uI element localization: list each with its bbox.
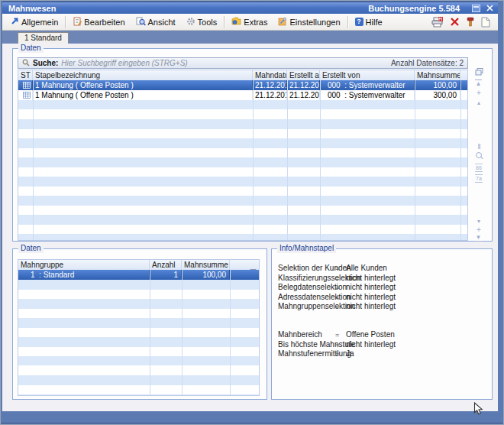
delete-icon[interactable] xyxy=(450,17,460,27)
column-chooser-icon[interactable]: ||| xyxy=(472,142,486,149)
search-icon xyxy=(22,59,30,68)
record-count-icon[interactable]: 86 xyxy=(475,164,483,172)
empty-rows-stripes xyxy=(18,100,467,240)
table-row[interactable]: 1 Mahnung ( Offene Posten ) 21.12.2016 2… xyxy=(18,90,467,100)
group-label-info: Info/Mahnstapel xyxy=(277,244,336,253)
row-type-cell xyxy=(18,90,33,100)
title-bar: Mahnwesen Buchungsengine 5.584 xyxy=(2,2,498,14)
menu-bearbeiten[interactable]: Bearbeiten xyxy=(67,15,130,29)
empty-rows-stripes xyxy=(18,280,259,395)
info-row: Mahnstufenermittlung=Ja xyxy=(272,349,492,358)
menu-allgemein[interactable]: Allgemein xyxy=(5,15,63,28)
row-up-icon[interactable]: ▴ xyxy=(472,99,486,106)
table-nav-strip: ▲ + ▴ ||| 86 7a ▾ + ▼ xyxy=(472,68,486,239)
gear-icon xyxy=(186,17,195,28)
row-down-icon[interactable]: ▾ xyxy=(472,218,486,225)
go-last-icon[interactable]: ▼ xyxy=(475,234,482,242)
table-row[interactable]: 1 Mahnung ( Offene Posten ) 21.12.2016 2… xyxy=(18,80,467,90)
tab-strip: 1 Standard xyxy=(2,31,498,44)
arrow-up-right-icon xyxy=(11,17,19,27)
restore-window-icon[interactable] xyxy=(472,5,480,12)
table-header[interactable]: Mahngruppe Anzahl Mahnsumme € xyxy=(18,260,259,271)
info-row: Bis höchste Mahnstufe=nicht hinterlegt xyxy=(272,340,492,349)
mahnstapel-table: ST Stapelbezeichnung Mahndatum Erstellt … xyxy=(18,70,468,241)
info-row: Mahnbereich=Offene Posten xyxy=(272,330,492,339)
edit-notebook-icon xyxy=(73,17,82,28)
group-label-daten-bl: Daten xyxy=(18,244,44,253)
tab-standard[interactable]: 1 Standard xyxy=(18,32,69,44)
menu-separator xyxy=(347,16,348,28)
menu-ansicht[interactable]: Ansicht xyxy=(131,15,181,29)
search-label: Suche: xyxy=(33,59,58,67)
col-stapelbezeichnung[interactable]: Stapelbezeichnung xyxy=(33,70,253,80)
magnifier-page-icon xyxy=(136,17,146,28)
mahngruppe-table: Mahngruppe Anzahl Mahnsumme € 1 : Standa… xyxy=(18,259,260,396)
menu-hilfe[interactable]: ? Hilfe xyxy=(350,16,388,28)
search-table-icon[interactable] xyxy=(472,152,486,160)
col-mahndatum[interactable]: Mahndatum xyxy=(253,70,287,80)
group-label-daten: Daten xyxy=(18,44,44,53)
info-row: Selektion der Kunden=Alle Kunden xyxy=(272,264,492,273)
search-placeholder: Hier Suchbegriff eingeben (STRG+S) xyxy=(61,59,187,67)
record-count-label: Anzahl Datensätze: 2 xyxy=(391,59,464,67)
info-row: Klassifizierungsselektion=nicht hinterle… xyxy=(272,274,492,283)
col-anzahl[interactable]: Anzahl xyxy=(150,260,182,270)
info-row: Adressdatenselektion=nicht hinterlegt xyxy=(272,293,492,302)
close-window-icon[interactable] xyxy=(486,5,493,11)
col-extra xyxy=(460,70,467,80)
menu-einstellungen[interactable]: Einstellungen xyxy=(273,15,345,29)
batch-grid-icon xyxy=(23,92,31,100)
col-mahngruppe[interactable]: Mahngruppe xyxy=(18,260,150,270)
engine-version-label: Buchungsengine 5.584 xyxy=(368,4,472,13)
col-mahnsumme[interactable]: Mahnsumme € xyxy=(415,70,460,80)
sort-icon[interactable]: 7a xyxy=(475,174,483,183)
repair-tool-icon[interactable] xyxy=(466,17,475,27)
go-first-icon[interactable]: ▲ xyxy=(475,79,482,87)
menu-extras[interactable]: Extras xyxy=(226,15,273,28)
table-header[interactable]: ST Stapelbezeichnung Mahndatum Erstellt … xyxy=(18,70,467,81)
daten-group-main: Daten Suche: Hier Suchbegriff eingeben (… xyxy=(12,48,493,242)
menu-separator xyxy=(65,16,66,28)
col-erstellt-von[interactable]: Erstellt von xyxy=(320,70,415,80)
batch-grid-icon xyxy=(23,82,31,90)
copy-grid-icon[interactable] xyxy=(472,68,486,77)
page-up-icon[interactable]: + xyxy=(472,89,486,96)
row-type-cell xyxy=(18,80,33,90)
menu-tools[interactable]: Tools xyxy=(181,15,223,29)
mouse-cursor xyxy=(473,402,485,417)
col-extra xyxy=(230,260,259,270)
menu-bar: Allgemein Bearbeiten Ansicht Tools Extra… xyxy=(2,14,498,31)
col-mahnsumme[interactable]: Mahnsumme € xyxy=(182,260,230,270)
info-row: Belegdatenselektion=nicht hinterlegt xyxy=(272,283,492,292)
col-st[interactable]: ST xyxy=(18,70,33,80)
search-bar[interactable]: Suche: Hier Suchbegriff eingeben (STRG+S… xyxy=(18,57,468,69)
daten-group-mahngruppe: Daten Mahngruppe Anzahl Mahnsumme € 1 : … xyxy=(12,248,267,400)
window-frame-outer: Mahnwesen Buchungsengine 5.584 Allgemein… xyxy=(0,0,504,425)
col-erstellt-am[interactable]: Erstellt am xyxy=(287,70,320,80)
info-mahnstapel-group: Info/Mahnstapel Selektion der Kunden=All… xyxy=(271,248,493,400)
new-document-icon[interactable] xyxy=(481,17,490,28)
help-icon: ? xyxy=(355,18,363,26)
print-dunning-icon[interactable] xyxy=(431,17,444,28)
table-row[interactable]: 1 : Standard 1 100,00 xyxy=(18,270,259,280)
folder-extras-icon xyxy=(231,17,241,27)
menu-separator xyxy=(224,16,225,28)
info-row: Mahngruppenselektion=nicht hinterlegt xyxy=(272,302,492,311)
copy-grid-icon[interactable] xyxy=(230,261,257,270)
settings-card-icon xyxy=(278,17,287,28)
window-title: Mahnwesen xyxy=(2,4,56,13)
page-down-icon[interactable]: + xyxy=(472,226,486,233)
toolbar-actions xyxy=(431,17,498,28)
